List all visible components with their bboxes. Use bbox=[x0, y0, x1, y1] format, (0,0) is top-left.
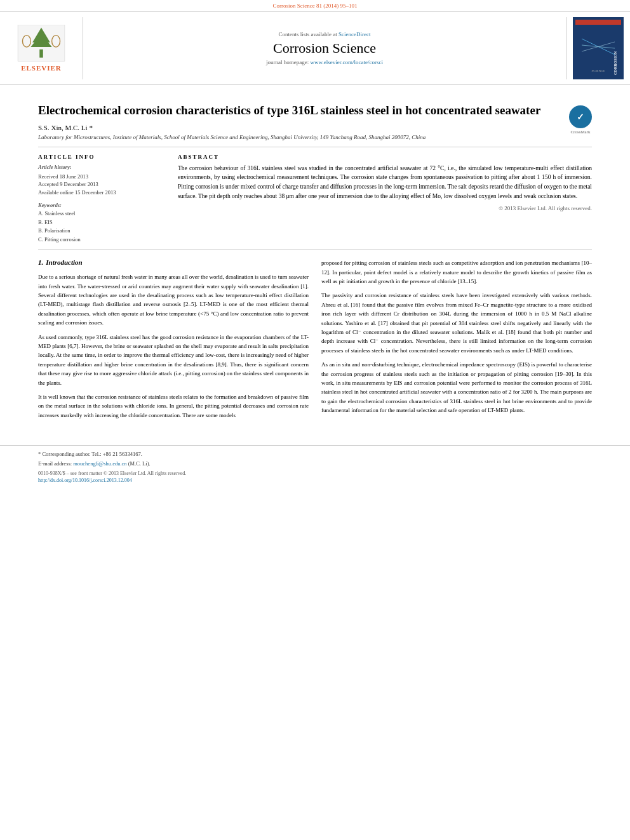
footnote-email: E-mail address: mouchengli@shu.edu.cn (M… bbox=[38, 459, 592, 468]
cover-thumbnail: CORROSION SCIENCE CORROSION SCIENCE bbox=[575, 20, 621, 77]
journal-citation-text: Corrosion Science 81 (2014) 95–101 bbox=[273, 3, 358, 9]
keyword-1: A. Stainless steel bbox=[38, 210, 165, 218]
intro-paragraph-6: As an in situ and non-disturbing techniq… bbox=[321, 360, 592, 415]
crossmark-icon: ✓ bbox=[569, 105, 592, 128]
keywords-label: Keywords: bbox=[38, 202, 165, 208]
accepted-date: Accepted 9 December 2013 bbox=[38, 180, 165, 189]
affiliation: Laboratory for Microstructures, Institut… bbox=[38, 134, 592, 140]
received-date: Received 18 June 2013 bbox=[38, 173, 165, 181]
divider-2 bbox=[38, 249, 592, 250]
crossmark-badge: ✓ CrossMark bbox=[569, 105, 592, 135]
issn-text: 0010-938X/$ – see front matter © 2013 El… bbox=[38, 470, 186, 476]
svg-text:SCIENCE: SCIENCE bbox=[592, 69, 605, 72]
article-title-section: ✓ CrossMark Electrochemical corrosion ch… bbox=[38, 103, 592, 119]
crossmark-label: CrossMark bbox=[569, 130, 592, 135]
footer-bottom-row: 0010-938X/$ – see front matter © 2013 El… bbox=[38, 470, 592, 483]
page-footer: * Corresponding author. Tel.: +86 21 563… bbox=[0, 445, 630, 490]
homepage-line: journal homepage: www.elsevier.com/locat… bbox=[266, 59, 383, 65]
divider-1 bbox=[38, 147, 592, 147]
abstract-text: The corrosion behaviour of 316L stainles… bbox=[178, 164, 592, 201]
journal-citation: Corrosion Science 81 (2014) 95–101 bbox=[0, 0, 630, 11]
journal-title: Corrosion Science bbox=[273, 40, 376, 57]
sciencedirect-line: Contents lists available at ScienceDirec… bbox=[279, 31, 371, 37]
svg-rect-7 bbox=[575, 20, 621, 25]
intro-title: Introduction bbox=[46, 258, 82, 266]
intro-paragraph-4: proposed for pitting corrosion of stainl… bbox=[321, 258, 592, 286]
copyright-line: © 2013 Elsevier Ltd. All rights reserved… bbox=[178, 205, 592, 211]
email-link[interactable]: mouchengli@shu.edu.cn bbox=[73, 460, 126, 467]
authors-line: S.S. Xin, M.C. Li * bbox=[38, 124, 592, 131]
elsevier-tree-icon bbox=[16, 25, 67, 63]
page-content: ✓ CrossMark Electrochemical corrosion ch… bbox=[0, 85, 630, 432]
journal-header: ELSEVIER Contents lists available at Sci… bbox=[0, 11, 630, 85]
author-asterisk: * bbox=[88, 124, 93, 131]
elsevier-name: ELSEVIER bbox=[21, 64, 62, 72]
doi-link[interactable]: http://dx.doi.org/10.1016/j.corsci.2013.… bbox=[38, 477, 132, 483]
intro-paragraph-1: Due to a serious shortage of natural fre… bbox=[38, 272, 309, 327]
crossmark-symbol: ✓ bbox=[577, 112, 584, 123]
info-abstract-section: ARTICLE INFO Article history: Received 1… bbox=[38, 154, 592, 244]
issn-section: 0010-938X/$ – see front matter © 2013 El… bbox=[38, 470, 186, 483]
available-date: Available online 15 December 2013 bbox=[38, 189, 165, 197]
email-label: E-mail address: bbox=[38, 460, 72, 467]
journal-cover-image: CORROSION SCIENCE CORROSION SCIENCE bbox=[573, 17, 624, 79]
cover-graph-svg: CORROSION SCIENCE bbox=[575, 20, 621, 77]
intro-paragraph-3: It is well known that the corrosion resi… bbox=[38, 392, 309, 420]
keyword-2: B. EIS bbox=[38, 218, 165, 227]
article-title: Electrochemical corrosion characteristic… bbox=[38, 103, 592, 119]
keyword-4: C. Pitting corrosion bbox=[38, 236, 165, 244]
sciencedirect-link[interactable]: ScienceDirect bbox=[338, 31, 370, 37]
elsevier-logo: ELSEVIER bbox=[6, 17, 76, 79]
intro-paragraph-2: As used commonly, type 316L stainless st… bbox=[38, 333, 309, 387]
journal-info-center: Contents lists available at ScienceDirec… bbox=[83, 17, 566, 79]
author-names: S.S. Xin, M.C. Li bbox=[38, 124, 88, 131]
keyword-3: B. Polarisation bbox=[38, 227, 165, 236]
intro-paragraph-5: The passivity and corrosion resistance o… bbox=[321, 291, 592, 355]
abstract-heading: ABSTRACT bbox=[178, 154, 592, 160]
abstract-column: ABSTRACT The corrosion behaviour of 316L… bbox=[178, 154, 592, 244]
intro-number: 1. bbox=[38, 258, 43, 266]
email-suffix: (M.C. Li). bbox=[128, 460, 151, 467]
body-left-column: 1. Introduction Due to a serious shortag… bbox=[38, 258, 309, 425]
homepage-prefix: journal homepage: bbox=[266, 59, 310, 65]
article-history-label: Article history: bbox=[38, 164, 165, 170]
homepage-url: www.elsevier.com/locate/corsci bbox=[311, 59, 383, 65]
article-info-heading: ARTICLE INFO bbox=[38, 154, 165, 160]
main-body: 1. Introduction Due to a serious shortag… bbox=[38, 258, 592, 425]
footnote-corresponding: * Corresponding author. Tel.: +86 21 563… bbox=[38, 450, 592, 458]
svg-rect-1 bbox=[39, 50, 43, 58]
article-info-column: ARTICLE INFO Article history: Received 1… bbox=[38, 154, 165, 244]
body-right-column: proposed for pitting corrosion of stainl… bbox=[321, 258, 592, 425]
footnote-text: * Corresponding author. Tel.: +86 21 563… bbox=[38, 451, 142, 457]
sciencedirect-prefix: Contents lists available at bbox=[279, 31, 338, 37]
body-two-columns: 1. Introduction Due to a serious shortag… bbox=[38, 258, 592, 425]
